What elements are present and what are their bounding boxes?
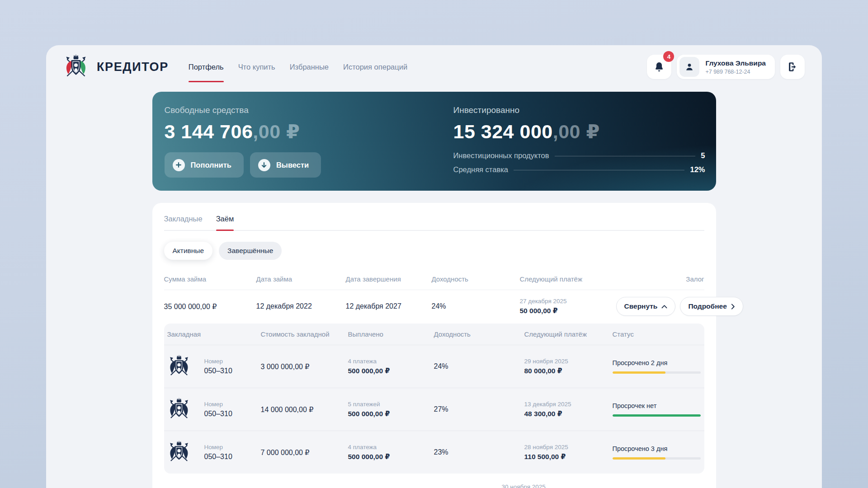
col-end-date: Дата завершения bbox=[346, 275, 432, 283]
user-icon bbox=[684, 61, 695, 72]
col-yield: Доходность bbox=[432, 275, 520, 283]
chevron-up-icon bbox=[661, 305, 667, 309]
app-header: КРЕДИТОР Портфель Что купить Избранные И… bbox=[46, 45, 822, 86]
stat-avg-rate-value: 12% bbox=[690, 165, 705, 174]
topup-label: Пополнить bbox=[191, 161, 231, 169]
status-progress-track bbox=[613, 414, 701, 417]
coat-of-arms-icon bbox=[167, 353, 191, 380]
coat-of-arms-icon bbox=[167, 439, 191, 466]
logout-icon bbox=[787, 61, 798, 73]
user-phone: +7 989 768-12-24 bbox=[705, 69, 766, 75]
user-profile-button[interactable]: Глухова Эльвира +7 989 768-12-24 bbox=[677, 55, 775, 79]
number-label: Номер bbox=[204, 358, 232, 365]
tab-mortgages[interactable]: Закладные bbox=[164, 215, 203, 230]
col-loan-amount: Сумма займа bbox=[164, 275, 256, 283]
col-next-payment: Следующий платёж bbox=[524, 330, 613, 338]
peek-next-date: 30 ноября 2025 bbox=[502, 483, 546, 488]
col-collateral: Залог bbox=[616, 275, 704, 283]
status-text: Просрочено 3 дня bbox=[613, 445, 701, 452]
loan-next-date: 27 декабря 2025 bbox=[520, 298, 616, 305]
number-label: Номер bbox=[204, 444, 232, 450]
logout-button[interactable] bbox=[780, 55, 805, 79]
details-button[interactable]: Подробнее bbox=[680, 297, 743, 316]
status-cell: Просрочено 3 дня bbox=[613, 445, 701, 460]
notifications-button[interactable]: 4 bbox=[647, 55, 671, 79]
collateral-row[interactable]: Номер 050–310 7 000 000,00 ₽ 4 платежа 5… bbox=[164, 431, 704, 474]
portfolio-card: Закладные Заём Активные Завершённые Сумм… bbox=[152, 203, 716, 488]
chevron-right-icon bbox=[731, 304, 735, 310]
withdraw-button[interactable]: Вывести bbox=[250, 152, 321, 178]
filter-completed[interactable]: Завершённые bbox=[219, 242, 282, 260]
brand-name: КРЕДИТОР bbox=[97, 60, 169, 74]
col-next-payment: Следующий платёж bbox=[520, 275, 616, 283]
payments-count: 4 платежа bbox=[348, 444, 434, 450]
free-funds-amount: 3 144 706,00 ₽ bbox=[165, 120, 453, 143]
number-value: 050–310 bbox=[204, 367, 232, 375]
mortgage-number: Номер 050–310 bbox=[204, 401, 232, 418]
col-yield: Доходность bbox=[434, 330, 524, 338]
invested-int: 15 324 000 bbox=[453, 121, 553, 142]
nav-item-portfolio[interactable]: Портфель bbox=[189, 60, 224, 76]
loan-row: 35 000 000,00 ₽ 12 декабря 2022 12 декаб… bbox=[164, 290, 704, 323]
mortgage-cell: Номер 050–310 bbox=[167, 439, 261, 466]
payments-count: 5 платежей bbox=[348, 401, 434, 408]
collateral-row[interactable]: Номер 050–310 3 000 000,00 ₽ 4 платежа 5… bbox=[164, 345, 704, 388]
yield-value: 23% bbox=[434, 448, 524, 456]
app-viewport: КРЕДИТОР Портфель Что купить Избранные И… bbox=[0, 0, 868, 488]
mortgage-value: 3 000 000,00 ₽ bbox=[261, 362, 348, 371]
col-paid: Выплачено bbox=[348, 330, 434, 338]
status-progress-track bbox=[613, 457, 701, 460]
status-cell: Просрочек нет bbox=[613, 402, 701, 417]
nav-item-history[interactable]: История операций bbox=[343, 60, 407, 76]
coat-of-arms-logo bbox=[63, 52, 89, 81]
tab-loan[interactable]: Заём bbox=[216, 215, 234, 230]
collateral-table-header: Закладная Стоимость закладной Выплачено … bbox=[164, 324, 704, 345]
paid-cell: 4 платежа 500 000,00 ₽ bbox=[348, 358, 434, 375]
paid-cell: 4 платежа 500 000,00 ₽ bbox=[348, 444, 434, 461]
loan-yield: 24% bbox=[432, 302, 520, 310]
brand-logo[interactable]: КРЕДИТОР bbox=[63, 52, 169, 81]
nav-item-favorites[interactable]: Избранные bbox=[290, 60, 329, 76]
main-panel: КРЕДИТОР Портфель Что купить Избранные И… bbox=[46, 45, 822, 488]
status-progress-fill bbox=[613, 371, 665, 374]
collateral-row[interactable]: Номер 050–310 14 000 000,00 ₽ 5 платежей… bbox=[164, 388, 704, 431]
col-status: Статус bbox=[613, 330, 701, 338]
free-funds-int: 3 144 706 bbox=[165, 121, 253, 142]
next-payment-cell: 13 декабря 2025 48 300,00 ₽ bbox=[524, 401, 613, 418]
coat-of-arms-icon bbox=[167, 396, 191, 423]
status-progress-fill bbox=[613, 457, 665, 460]
free-funds-label: Свободные средства bbox=[165, 105, 453, 115]
next-payment-cell: 28 ноября 2025 110 500,00 ₽ bbox=[524, 444, 613, 461]
next-payment-cell: 29 ноября 2025 80 000,00 ₽ bbox=[524, 358, 613, 375]
nav-item-what-to-buy[interactable]: Что купить bbox=[238, 60, 275, 76]
next-loan-row-peek: 30 ноября 2025 bbox=[164, 483, 704, 488]
main-nav: Портфель Что купить Избранные История оп… bbox=[189, 60, 407, 76]
mortgage-value: 7 000 000,00 ₽ bbox=[261, 448, 348, 457]
col-mortgage-value: Стоимость закладной bbox=[261, 330, 348, 338]
loan-start-date: 12 декабря 2022 bbox=[256, 302, 346, 310]
next-amount: 48 300,00 ₽ bbox=[524, 410, 613, 418]
collapse-button[interactable]: Свернуть bbox=[616, 297, 676, 316]
filter-active[interactable]: Активные bbox=[164, 242, 213, 260]
topup-button[interactable]: Пополнить bbox=[165, 152, 244, 178]
portfolio-tabs: Закладные Заём bbox=[164, 215, 704, 231]
stat-products-label: Инвестиционных продуктов bbox=[453, 151, 549, 160]
next-date: 28 ноября 2025 bbox=[524, 444, 613, 450]
number-label: Номер bbox=[204, 401, 232, 408]
stat-avg-rate: Средняя ставка 12% bbox=[453, 165, 705, 174]
stat-products: Инвестиционных продуктов 5 bbox=[453, 151, 705, 160]
yield-value: 24% bbox=[434, 362, 524, 371]
balance-summary-card: Свободные средства 3 144 706,00 ₽ Пополн… bbox=[152, 92, 716, 191]
col-mortgage: Закладная bbox=[167, 330, 261, 338]
stat-products-value: 5 bbox=[701, 151, 705, 160]
invested-label: Инвестированно bbox=[453, 105, 705, 115]
hero-actions: Пополнить Вывести bbox=[165, 152, 453, 178]
status-progress-track bbox=[613, 371, 701, 374]
arrow-down-circle-icon bbox=[258, 159, 270, 171]
collapse-label: Свернуть bbox=[624, 302, 658, 310]
mortgage-cell: Номер 050–310 bbox=[167, 353, 261, 380]
next-amount: 110 500,00 ₽ bbox=[524, 453, 613, 461]
loan-next-amount: 50 000,00 ₽ bbox=[520, 307, 616, 315]
yield-value: 27% bbox=[434, 405, 524, 413]
payment-amount: 500 000,00 ₽ bbox=[348, 367, 434, 375]
